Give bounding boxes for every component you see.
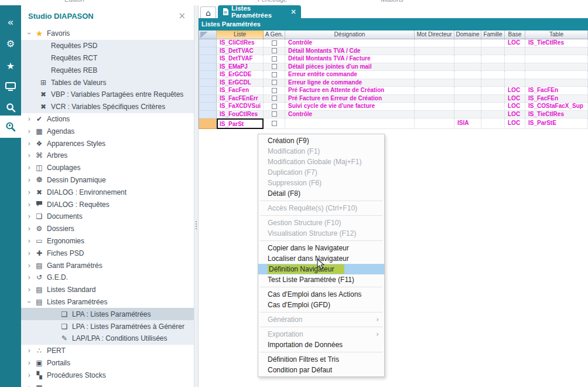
table-row[interactable]: IS_FaXCDVSuiSuivi cycle de vie d'une fac… bbox=[199, 103, 588, 111]
locate-search-icon[interactable] bbox=[0, 116, 21, 138]
tree-item[interactable]: ›▦ bbox=[21, 381, 194, 387]
navigator-close-icon[interactable]: × bbox=[178, 11, 186, 21]
column-header-liste[interactable]: Liste bbox=[217, 30, 264, 39]
table-row[interactable]: IS_ErGCDLErreur ligne de commande bbox=[199, 79, 588, 87]
chevron-right-icon[interactable]: › bbox=[25, 151, 33, 159]
tree-item[interactable]: ›⚙Dossiers bbox=[21, 223, 194, 235]
chevron-right-icon[interactable]: › bbox=[25, 371, 33, 379]
chevron-right-icon[interactable]: › bbox=[25, 237, 33, 245]
tree-item[interactable]: ❏LPA : Listes Paramétrées à Générer bbox=[21, 320, 194, 332]
context-menu-item[interactable]: Définition Filtres et Tris bbox=[258, 354, 384, 365]
table-row[interactable]: IS_ErGCDEErreur entête commande bbox=[199, 71, 588, 79]
context-menu-item[interactable]: Modification Globale (Maj+F1) bbox=[258, 157, 384, 167]
tree-item[interactable]: ⊞Tables de Valeurs bbox=[21, 76, 194, 89]
table-row[interactable]: IS_FacFEnErrPré Facture en Erreur de Cré… bbox=[199, 95, 588, 103]
chevron-right-icon[interactable]: › bbox=[25, 286, 33, 294]
chevron-right-icon[interactable]: › bbox=[25, 115, 33, 123]
context-menu-item[interactable]: Détail (F8) bbox=[258, 188, 384, 199]
tree-item[interactable]: ›★Favoris bbox=[21, 28, 194, 40]
table-row[interactable]: IS_CliCtlResContrôleLOCIS_TieCtlRes bbox=[199, 39, 588, 47]
context-menu-item[interactable]: Importation de Données bbox=[258, 340, 384, 350]
table-row[interactable]: IS_FacFenPré Facture en Attente de Créat… bbox=[199, 87, 588, 95]
tree-item[interactable]: ›▤Gantt Paramétrés bbox=[21, 259, 194, 271]
agen-checkbox[interactable] bbox=[272, 111, 277, 117]
column-header-domaine[interactable]: Domaine bbox=[454, 30, 481, 39]
collapse-panel-icon[interactable]: « bbox=[0, 13, 21, 31]
table-row[interactable]: IS_EMaPJDétail pièces jointes d'un mail bbox=[199, 63, 588, 72]
column-header-table[interactable]: Table bbox=[525, 30, 588, 39]
tree-item[interactable]: ›✚Fiches PSD bbox=[21, 247, 194, 259]
context-menu-item[interactable]: Duplication (F7) bbox=[258, 167, 384, 178]
chevron-right-icon[interactable]: › bbox=[25, 164, 33, 172]
context-menu-item[interactable]: Visualisation Structure (F12) bbox=[258, 228, 384, 239]
settings-gear-icon[interactable]: ⚙ bbox=[0, 33, 21, 53]
chevron-right-icon[interactable]: › bbox=[25, 140, 33, 148]
tree-item[interactable]: ✖VCR : Variables Spécifiques Critères bbox=[21, 101, 194, 113]
context-menu-item[interactable]: Condition par Défaut bbox=[258, 365, 384, 375]
column-header-famille[interactable]: Famille bbox=[481, 30, 505, 39]
table-row[interactable]: IS_FouCtlResContrôleLOCIS_TieCtlRes bbox=[199, 111, 588, 119]
column-header-mot[interactable]: Mot Directeur bbox=[415, 30, 454, 39]
tree-item[interactable]: ›✖DIALOG : Environnement bbox=[21, 186, 194, 198]
tree-item[interactable]: ›▭Ergonomies bbox=[21, 235, 194, 247]
tree-item[interactable]: ›☸Dessin Dynamique bbox=[21, 174, 194, 186]
agen-checkbox[interactable] bbox=[272, 80, 277, 85]
agen-checkbox[interactable] bbox=[272, 96, 277, 101]
chevron-right-icon[interactable]: › bbox=[25, 383, 33, 387]
agen-checkbox[interactable] bbox=[272, 64, 277, 69]
agen-checkbox[interactable] bbox=[272, 121, 277, 126]
context-menu-item[interactable]: Génération› bbox=[258, 314, 384, 325]
context-menu-item[interactable]: Exportation› bbox=[258, 329, 384, 340]
tree-item[interactable]: ›▤Listes Paramétrées bbox=[21, 296, 194, 308]
chevron-right-icon[interactable]: › bbox=[25, 359, 33, 367]
tree-item[interactable]: ›▚Procédures Stocks bbox=[21, 369, 194, 381]
screens-monitor-icon[interactable] bbox=[0, 77, 21, 97]
chevron-right-icon[interactable]: › bbox=[25, 212, 33, 220]
chevron-right-icon[interactable]: › bbox=[25, 262, 33, 270]
tree-item[interactable]: Requêtes RCT bbox=[21, 52, 194, 64]
agen-checkbox[interactable] bbox=[272, 104, 277, 109]
column-header-designation[interactable]: Désignation bbox=[285, 30, 415, 39]
tree-item[interactable]: ›∴PERT bbox=[21, 345, 194, 357]
chevron-right-icon[interactable]: › bbox=[25, 201, 33, 209]
agen-checkbox[interactable] bbox=[272, 88, 277, 93]
tree-item[interactable]: ›▤Listes Standard bbox=[21, 284, 194, 296]
tree-item[interactable]: Requêtes PSD bbox=[21, 40, 194, 52]
agen-checkbox[interactable] bbox=[272, 48, 277, 53]
chevron-right-icon[interactable]: › bbox=[25, 225, 33, 233]
context-menu-item[interactable]: Test Liste Paramétrée (F11) bbox=[258, 274, 384, 285]
tree-item[interactable]: ✖VBP : Variables Partagées entre Requête… bbox=[21, 89, 194, 101]
tab-close-icon[interactable]: × bbox=[290, 8, 296, 16]
column-header-agen[interactable]: A Gen. bbox=[264, 30, 285, 39]
tree-item[interactable]: ›▣Portails bbox=[21, 357, 194, 369]
chevron-down-icon[interactable]: › bbox=[25, 29, 33, 38]
tree-item[interactable]: ›◫Couplages bbox=[21, 162, 194, 174]
tree-item[interactable]: ›❖Apparences Styles bbox=[21, 137, 194, 150]
context-menu-item[interactable]: Cas d'Emploi dans les Actions bbox=[258, 289, 384, 300]
tab-listes-parametrees[interactable]: Listes Paramétrées × bbox=[218, 5, 301, 18]
home-tab[interactable]: ⌂ bbox=[200, 6, 216, 18]
tree-item[interactable]: ›DIALOG : Requêtes bbox=[21, 198, 194, 211]
tree-item[interactable]: ✎LAP/LPA : Conditions Utilisées bbox=[21, 332, 194, 345]
agen-checkbox[interactable] bbox=[272, 40, 277, 46]
context-menu-item[interactable]: Suppression (F6) bbox=[258, 178, 384, 188]
chevron-right-icon[interactable]: › bbox=[25, 176, 33, 184]
column-header-base[interactable]: Base bbox=[505, 30, 525, 39]
chevron-down-icon[interactable]: › bbox=[25, 298, 33, 306]
tree-item[interactable]: ›↺G.E.D. bbox=[21, 271, 194, 284]
tree-item[interactable]: ›▦Agendas bbox=[21, 125, 194, 137]
agen-checkbox[interactable] bbox=[272, 56, 277, 62]
tree-item[interactable]: ›⌘Arbres bbox=[21, 150, 194, 162]
chevron-right-icon[interactable]: › bbox=[25, 127, 33, 135]
context-menu-item[interactable]: Cas d'Emploi (GFD) bbox=[258, 300, 384, 310]
context-menu-item[interactable]: Copier dans le Navigateur bbox=[258, 243, 384, 253]
tree-item[interactable]: Requêtes REB bbox=[21, 64, 194, 76]
chevron-right-icon[interactable]: › bbox=[25, 188, 33, 196]
chevron-right-icon[interactable]: › bbox=[25, 347, 33, 355]
chevron-right-icon[interactable]: › bbox=[25, 249, 33, 257]
search-icon[interactable] bbox=[0, 98, 21, 117]
agen-checkbox[interactable] bbox=[272, 72, 277, 77]
table-row[interactable]: IS_ParStISIALOCIS_ParStE bbox=[199, 118, 588, 129]
context-menu-item[interactable]: Modification (F1) bbox=[258, 146, 384, 157]
context-menu-item[interactable]: Gestion Structure (F10) bbox=[258, 218, 384, 228]
